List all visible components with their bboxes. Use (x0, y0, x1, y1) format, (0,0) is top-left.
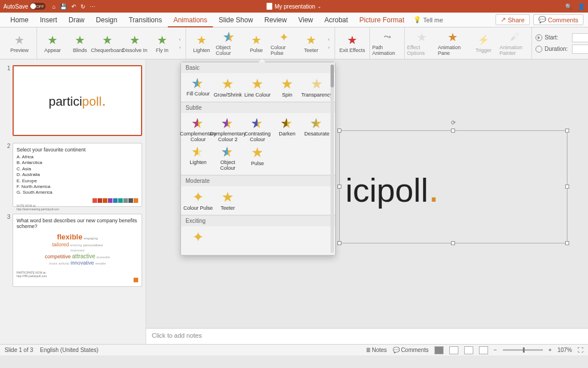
tell-me[interactable]: 💡 Tell me (413, 16, 443, 23)
resize-handle[interactable] (337, 185, 341, 189)
notes-toggle[interactable]: ≣ Notes (366, 347, 387, 353)
anim-appear[interactable]: ★Appear (39, 34, 66, 53)
tab-draw[interactable]: Draw (63, 13, 90, 27)
tab-insert[interactable]: Insert (34, 13, 63, 27)
view-sorter[interactable] (449, 346, 458, 354)
effect-complementary-colour-2[interactable]: ★★Complementary Colour 2 (213, 117, 243, 143)
ribbon-tabs: Home Insert Draw Design Transitions Anim… (0, 13, 588, 27)
duration-input[interactable] (572, 45, 588, 54)
tab-picture-format[interactable]: Picture Format (354, 13, 410, 27)
effect-lighten[interactable]: ★★Lighten (183, 145, 213, 171)
doc-icon (267, 3, 272, 10)
effect-exciting-1[interactable]: ✦ (183, 230, 213, 251)
entrance-gallery-nav[interactable]: ‹› (176, 37, 183, 50)
slide-thumbnail-panel: 1 participoll. 2 Select your favourite c… (0, 59, 146, 344)
anim-dissolve-in[interactable]: ★Dissolve In (122, 34, 148, 53)
undo-icon[interactable]: ↶ (71, 3, 76, 10)
animation-painter-button: 🖌Animation Painter (500, 31, 529, 56)
path-animation-button[interactable]: ⤳Path Animation (372, 31, 402, 56)
effect-teeter[interactable]: ★Teeter (213, 190, 243, 211)
effect-object-colour[interactable]: ★★Object Colour (213, 145, 243, 171)
fit-to-window[interactable]: ⛶ (578, 347, 583, 353)
anim-colour-pulse[interactable]: ✦Colour Pulse (271, 31, 297, 56)
emphasis-gallery-nav[interactable]: ‹› (325, 37, 332, 50)
effect-contrasting-colour[interactable]: ★★Contrasting Colour (243, 117, 272, 143)
language[interactable]: English (United States) (40, 347, 98, 353)
resize-handle[interactable] (451, 241, 455, 245)
resize-handle[interactable] (565, 185, 569, 189)
effect-fill-colour[interactable]: ★★Fill Colour (183, 77, 213, 98)
start-input[interactable] (572, 33, 588, 42)
effect-transparency[interactable]: ★Transparency (302, 77, 332, 98)
thumb-number: 2 (3, 143, 10, 207)
zoom-in[interactable]: + (549, 347, 552, 353)
zoom-out[interactable]: − (494, 347, 497, 353)
title-bar: AutoSave OFF ⌂ 💾 ↶ ↻ ⋯ My presentation ⌄… (0, 0, 588, 13)
tab-home[interactable]: Home (5, 13, 34, 27)
document-title[interactable]: My presentation ⌄ (267, 3, 321, 10)
preview-button[interactable]: ★ Preview (5, 34, 34, 53)
account-icon[interactable]: 👤 (578, 3, 585, 10)
view-slideshow[interactable] (479, 346, 488, 354)
autosave-toggle[interactable]: AutoSave OFF (3, 3, 44, 10)
comments-button[interactable]: 💬 Comments (533, 14, 583, 25)
anim-fly-in[interactable]: ★Fly In (149, 34, 175, 53)
thumb-number: 3 (3, 214, 10, 287)
trigger-button: ⚡Trigger (469, 34, 498, 53)
effect-pulse[interactable]: ★Pulse (243, 145, 272, 171)
notes-pane[interactable]: Click to add notes (146, 328, 588, 344)
exit-effects-button[interactable]: ★Exit Effects (337, 34, 367, 53)
tab-transitions[interactable]: Transitions (123, 13, 167, 27)
selected-image[interactable]: ⟳ icipoll. (339, 130, 567, 243)
tab-animations[interactable]: Animations (168, 13, 213, 27)
slide-thumb-3[interactable]: What word best describes our new company… (13, 214, 142, 287)
tab-acrobat[interactable]: Acrobat (319, 13, 353, 27)
anim-chequerboard[interactable]: ★Chequerboard (94, 34, 120, 53)
view-normal[interactable] (434, 346, 444, 354)
section-moderate: Moderate (181, 175, 335, 186)
more-qat-icon[interactable]: ⋯ (90, 3, 95, 10)
zoom-slider[interactable] (503, 349, 543, 351)
anim-blinds[interactable]: ★Blinds (67, 34, 93, 53)
dropdown-scrollbar[interactable] (331, 65, 334, 253)
start-icon (535, 34, 542, 41)
tab-design[interactable]: Design (90, 13, 123, 27)
zoom-value[interactable]: 107% (557, 347, 572, 353)
anim-pulse[interactable]: ★Pulse (243, 34, 269, 53)
effect-spin[interactable]: ★Spin (272, 77, 302, 98)
section-subtle: Subtle (181, 102, 335, 113)
resize-handle[interactable] (337, 241, 341, 245)
view-reading[interactable] (464, 346, 473, 354)
tab-slideshow[interactable]: Slide Show (213, 13, 259, 27)
save-icon[interactable]: 💾 (60, 3, 67, 10)
tab-view[interactable]: View (292, 13, 319, 27)
share-button[interactable]: ↗ Share (496, 14, 529, 25)
ribbon: ★ Preview ★Appear ★Blinds ★Chequerboard … (0, 27, 588, 59)
effect-darken[interactable]: ★★Darken (272, 117, 302, 143)
section-exciting: Exciting (181, 215, 335, 226)
search-icon[interactable]: 🔍 (565, 3, 572, 10)
home-icon[interactable]: ⌂ (52, 3, 55, 10)
effect-options-button: ★Effect Options (407, 31, 437, 56)
comments-toggle[interactable]: 💬 Comments (393, 347, 429, 353)
anim-teeter[interactable]: ★Teeter (298, 34, 324, 53)
anim-lighten[interactable]: ★Lighten (188, 34, 215, 53)
slide-thumb-2[interactable]: Select your favourite continent A. Afric… (13, 143, 142, 207)
effect-desaturate[interactable]: ★★Desaturate (302, 117, 332, 143)
resize-handle[interactable] (451, 129, 455, 133)
anim-object-colour[interactable]: ★★Object Colour (216, 31, 242, 56)
rotate-handle[interactable]: ⟳ (451, 119, 456, 126)
resize-handle[interactable] (565, 129, 569, 133)
tab-review[interactable]: Review (259, 13, 292, 27)
status-bar: Slide 1 of 3 English (United States) ≣ N… (0, 344, 588, 355)
redo-icon[interactable]: ↻ (80, 3, 85, 10)
effect-colour-pulse[interactable]: ✦Colour Pulse (183, 190, 213, 211)
emphasis-gallery-dropdown: Basic ★★Fill Colour ★Grow/Shrink ★Line C… (180, 62, 336, 256)
resize-handle[interactable] (337, 129, 341, 133)
animation-pane-button[interactable]: ★Animation Pane (438, 31, 468, 56)
slide-thumb-1[interactable]: participoll. (13, 65, 142, 136)
resize-handle[interactable] (565, 241, 569, 245)
effect-line-colour[interactable]: ★Line Colour (243, 77, 272, 98)
effect-complementary-colour[interactable]: ★★Complementary Colour (183, 117, 213, 143)
effect-grow-shrink[interactable]: ★Grow/Shrink (213, 77, 243, 98)
